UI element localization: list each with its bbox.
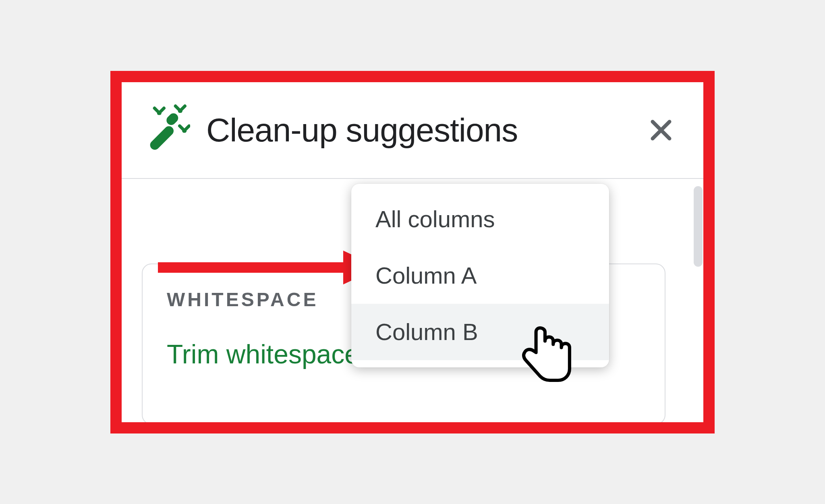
annotation-highlight-frame: Clean-up suggestions WHITESPACE Trim whi… bbox=[110, 71, 715, 433]
svg-line-3 bbox=[159, 108, 164, 113]
close-icon bbox=[647, 116, 676, 145]
close-button[interactable] bbox=[635, 104, 687, 156]
svg-line-7 bbox=[184, 126, 189, 131]
scrollbar-thumb[interactable] bbox=[694, 186, 703, 267]
svg-line-5 bbox=[180, 106, 185, 111]
menu-item-column-b[interactable]: Column B bbox=[351, 304, 609, 360]
svg-rect-0 bbox=[148, 124, 176, 151]
suggestions-scroll-area: WHITESPACE Trim whitespace All columns C… bbox=[122, 179, 693, 422]
menu-item-column-a[interactable]: Column A bbox=[351, 247, 609, 304]
scrollbar[interactable] bbox=[693, 179, 703, 422]
column-select-dropdown: All columns Column A Column B bbox=[351, 184, 609, 367]
panel-header: Clean-up suggestions bbox=[122, 82, 703, 179]
menu-item-all-columns[interactable]: All columns bbox=[351, 191, 609, 247]
panel-title: Clean-up suggestions bbox=[206, 111, 635, 149]
svg-rect-1 bbox=[164, 111, 180, 127]
magic-wand-icon bbox=[138, 104, 190, 156]
